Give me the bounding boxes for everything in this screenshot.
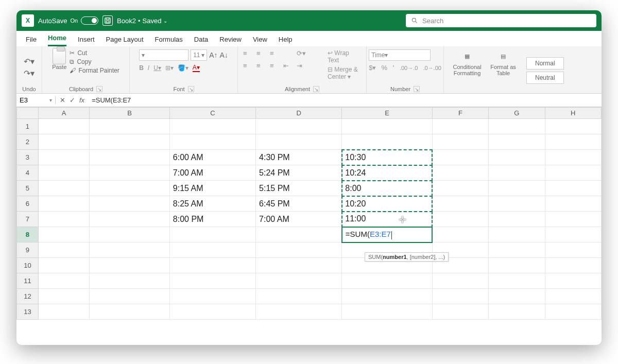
cell-B6[interactable]: Thursday xyxy=(90,196,170,212)
row-header-1[interactable]: 1 xyxy=(17,119,39,134)
redo-button[interactable]: ↷▾ xyxy=(24,68,35,78)
row-header-12[interactable]: 12 xyxy=(17,289,39,304)
cell-B3[interactable]: Monday xyxy=(90,150,170,165)
row-header-7[interactable]: 7 xyxy=(17,212,39,227)
borders-button[interactable]: ⊞▾ xyxy=(165,64,174,72)
row-header-11[interactable]: 11 xyxy=(17,273,39,289)
align-right-button[interactable]: ≡ xyxy=(270,62,280,72)
cell-D8[interactable] xyxy=(256,227,342,242)
orientation-button[interactable]: ⟳▾ xyxy=(297,49,307,60)
menu-formulas[interactable]: Formulas xyxy=(155,32,183,46)
row-header-8[interactable]: 8 xyxy=(17,227,39,242)
cell-D6[interactable]: 6:45 PM xyxy=(256,196,342,212)
increase-indent-button[interactable]: ⇥ xyxy=(297,62,307,72)
col-header-E[interactable]: E xyxy=(342,108,433,119)
row-header-2[interactable]: 2 xyxy=(17,134,39,150)
cell-B4[interactable]: Tuesday xyxy=(90,165,170,181)
font-name-select[interactable]: ▾ xyxy=(139,49,188,61)
row-header-13[interactable]: 13 xyxy=(17,304,39,320)
name-box[interactable]: E3 ▾ xyxy=(16,96,56,104)
table-header[interactable]: Weekday xyxy=(90,134,170,150)
cell-E6[interactable]: 10:20 xyxy=(342,196,433,212)
percent-format-button[interactable]: % xyxy=(381,64,387,72)
document-title[interactable]: Book2 • Saved ⌄ xyxy=(117,17,167,25)
enter-formula-button[interactable]: ✓ xyxy=(70,96,75,104)
cell-B8[interactable] xyxy=(90,227,170,242)
font-color-button[interactable]: A▾ xyxy=(193,64,200,72)
table-header[interactable]: End Work xyxy=(256,134,342,150)
search-input[interactable]: Search xyxy=(406,14,596,27)
col-header-H[interactable]: H xyxy=(545,108,601,119)
font-size-select[interactable]: 11▾ xyxy=(191,49,207,61)
style-normal[interactable]: Normal xyxy=(526,57,564,70)
cell-C5[interactable]: 9:15 AM xyxy=(169,181,255,196)
row-header-5[interactable]: 5 xyxy=(17,181,39,196)
menu-help[interactable]: Help xyxy=(279,32,293,46)
menu-insert[interactable]: Insert xyxy=(78,32,95,46)
align-left-button[interactable]: ≡ xyxy=(243,62,253,72)
underline-button[interactable]: U▾ xyxy=(153,64,161,72)
menu-file[interactable]: File xyxy=(26,32,37,46)
bold-button[interactable]: B xyxy=(139,64,144,72)
autosave-toggle[interactable]: AutoSave On xyxy=(38,16,98,25)
fx-icon[interactable]: fx xyxy=(79,96,84,104)
align-top-button[interactable]: ≡ xyxy=(243,49,253,60)
col-header-C[interactable]: C xyxy=(169,108,255,119)
menu-data[interactable]: Data xyxy=(194,32,208,46)
cell-C3[interactable]: 6:00 AM xyxy=(169,150,255,165)
merge-center-button[interactable]: ⊟ Merge & Center ▾ xyxy=(328,66,361,80)
italic-button[interactable]: I xyxy=(148,64,149,72)
col-header-G[interactable]: G xyxy=(489,108,545,119)
col-header-A[interactable]: A xyxy=(38,108,89,119)
align-middle-button[interactable]: ≡ xyxy=(256,49,267,60)
row-header-3[interactable]: 3 xyxy=(17,150,39,165)
cell-E4[interactable]: 10:24 xyxy=(342,165,433,181)
dialog-launcher-icon[interactable]: ↘ xyxy=(414,86,420,92)
cell-D4[interactable]: 5:24 PM xyxy=(256,165,342,181)
menu-page-layout[interactable]: Page Layout xyxy=(106,32,144,46)
decrease-font-button[interactable]: A↓ xyxy=(220,51,228,59)
undo-button[interactable]: ↶▾ xyxy=(24,57,35,66)
style-neutral[interactable]: Neutral xyxy=(526,72,564,84)
decrease-indent-button[interactable]: ⇤ xyxy=(283,62,294,72)
cell-C7[interactable]: 8:00 PM xyxy=(169,212,255,227)
col-header-F[interactable]: F xyxy=(432,108,488,119)
increase-decimal-button[interactable]: .00→.0 xyxy=(400,65,418,71)
cell-D5[interactable]: 5:15 PM xyxy=(256,181,342,196)
row-header-6[interactable]: 6 xyxy=(17,196,39,212)
dialog-launcher-icon[interactable]: ↘ xyxy=(96,86,102,92)
cell-E3[interactable]: 10:30 xyxy=(342,150,433,165)
table-header[interactable]: Start Work xyxy=(169,134,255,150)
cell-D3[interactable]: 4:30 PM xyxy=(256,150,342,165)
cut-button[interactable]: ✂Cut xyxy=(70,49,119,57)
format-as-table-button[interactable]: ▤ Format as Table xyxy=(490,49,516,76)
menu-review[interactable]: Review xyxy=(219,32,242,46)
wrap-text-button[interactable]: ↩ Wrap Text xyxy=(328,49,361,64)
cell-B5[interactable]: Wednesday xyxy=(90,181,170,196)
accounting-format-button[interactable]: $▾ xyxy=(369,64,376,72)
menu-view[interactable]: View xyxy=(253,32,267,46)
row-header-4[interactable]: 4 xyxy=(17,165,39,181)
row-header-10[interactable]: 10 xyxy=(17,258,39,273)
align-center-button[interactable]: ≡ xyxy=(256,62,267,72)
formula-input[interactable]: =SUM(E3:E7 xyxy=(89,96,602,104)
conditional-formatting-button[interactable]: ▦ Conditional Formatting xyxy=(449,49,485,76)
cell-B7[interactable]: Friday xyxy=(90,212,170,227)
cell-E5[interactable]: 8:00 xyxy=(342,181,433,196)
cell-C4[interactable]: 7:00 AM xyxy=(169,165,255,181)
cell-C8[interactable] xyxy=(169,227,255,242)
row-header-9[interactable]: 9 xyxy=(17,242,39,258)
copy-button[interactable]: ⧉Copy xyxy=(70,58,119,65)
cancel-formula-button[interactable]: ✕ xyxy=(60,96,65,104)
number-format-select[interactable]: Time▾ xyxy=(369,49,431,61)
select-all-corner[interactable] xyxy=(17,108,39,119)
col-header-B[interactable]: B xyxy=(90,108,170,119)
align-bottom-button[interactable]: ≡ xyxy=(270,49,280,60)
menu-home[interactable]: Home xyxy=(48,31,66,46)
cell-D7[interactable]: 7:00 AM xyxy=(256,212,342,227)
format-painter-button[interactable]: 🖌Format Painter xyxy=(70,67,119,74)
cell-E8-editing[interactable]: =SUM(E3:E7 xyxy=(342,227,433,242)
comma-format-button[interactable]: ʼ xyxy=(392,64,394,72)
save-icon[interactable] xyxy=(102,15,113,26)
increase-font-button[interactable]: A↑ xyxy=(209,51,217,59)
